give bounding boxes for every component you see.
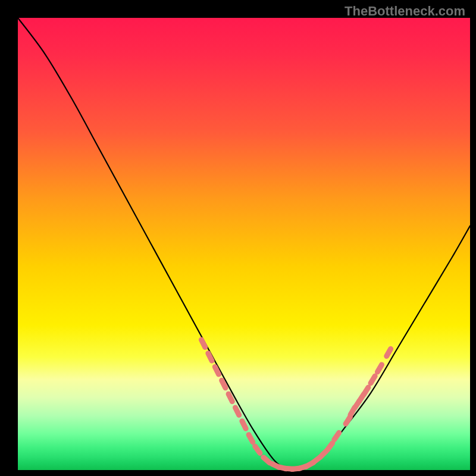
highlight-dash xyxy=(264,458,270,463)
highlight-dash xyxy=(228,394,232,402)
highlight-dash xyxy=(242,421,246,429)
highlight-dash xyxy=(255,446,260,453)
highlight-dash xyxy=(215,367,218,375)
highlight-dash xyxy=(222,380,226,388)
highlight-dash xyxy=(371,376,375,383)
highlight-dash xyxy=(249,435,253,442)
highlight-dash xyxy=(201,340,205,347)
highlight-dash xyxy=(334,433,339,440)
highlight-dash xyxy=(377,365,381,372)
highlight-dash xyxy=(235,408,239,415)
chart-plot-area xyxy=(18,18,470,470)
bottleneck-curve-line xyxy=(18,18,470,471)
highlight-dash xyxy=(364,387,368,394)
highlight-dash xyxy=(208,353,212,361)
chart-svg xyxy=(18,18,470,470)
watermark-text: TheBottleneck.com xyxy=(345,4,465,19)
highlight-dash xyxy=(387,349,391,356)
highlight-dash xyxy=(346,416,350,424)
highlight-dash xyxy=(327,443,332,450)
highlight-dash xyxy=(320,451,326,457)
